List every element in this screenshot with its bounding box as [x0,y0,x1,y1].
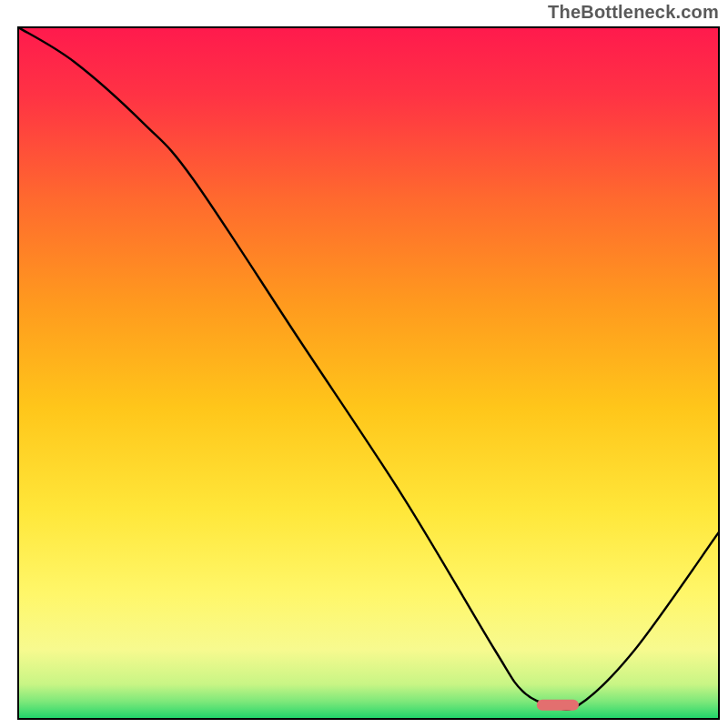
bottleneck-chart [0,0,728,728]
optimal-marker [537,700,579,711]
gradient-background [18,27,719,719]
watermark-text: TheBottleneck.com [548,2,719,23]
